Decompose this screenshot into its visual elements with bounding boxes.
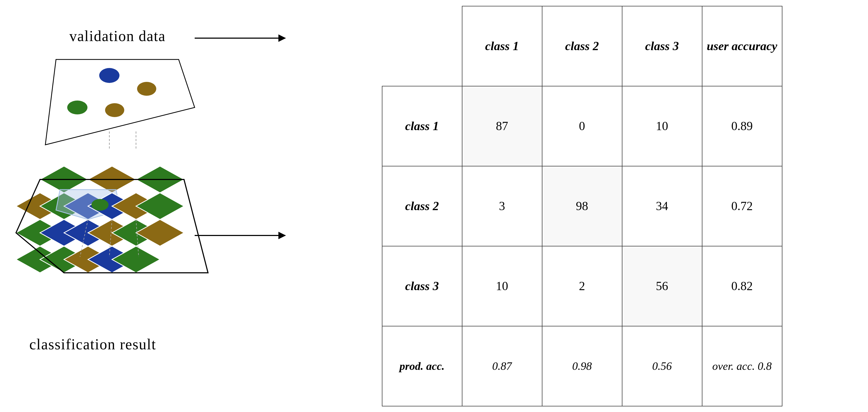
cell-overall-acc: over. acc. 0.8 xyxy=(702,326,782,406)
illustration-area: validation data xyxy=(16,11,296,401)
cell-class2-class3: 34 xyxy=(622,166,702,246)
cell-class1-user-acc: 0.89 xyxy=(702,86,782,166)
svg-point-17 xyxy=(91,199,108,211)
row-label-class2: class 2 xyxy=(382,166,462,246)
table-header-row: class 1 class 2 class 3 user accuracy xyxy=(382,6,782,86)
cell-class3-user-acc: 0.82 xyxy=(702,246,782,326)
classification-grid xyxy=(16,161,203,299)
row-label-prod-acc: prod. acc. xyxy=(382,326,462,406)
svg-marker-0 xyxy=(45,60,195,145)
svg-point-2 xyxy=(137,82,156,96)
validation-arrow xyxy=(195,38,285,39)
table-row: class 1 87 0 10 0.89 xyxy=(382,86,782,166)
cell-prod-class1: 0.87 xyxy=(462,326,542,406)
header-empty xyxy=(382,6,462,86)
cell-prod-class3: 0.56 xyxy=(622,326,702,406)
cell-class3-class1: 10 xyxy=(462,246,542,326)
svg-point-3 xyxy=(67,100,88,115)
cell-class3-class3: 56 xyxy=(622,246,702,326)
cell-class1-class1: 87 xyxy=(462,86,542,166)
row-label-class3: class 3 xyxy=(382,246,462,326)
table-footer-row: prod. acc. 0.87 0.98 0.56 over. acc. 0.8 xyxy=(382,326,782,406)
cell-prod-class2: 0.98 xyxy=(542,326,622,406)
header-class1: class 1 xyxy=(462,6,542,86)
validation-plane xyxy=(24,54,195,145)
svg-point-1 xyxy=(99,68,120,83)
table-row: class 3 10 2 56 0.82 xyxy=(382,246,782,326)
cell-class1-class3: 10 xyxy=(622,86,702,166)
page-container: validation data xyxy=(0,0,868,412)
cell-class1-class2: 0 xyxy=(542,86,622,166)
matrix-area: class 1 class 2 class 3 user accuracy xyxy=(296,6,852,406)
confusion-matrix: class 1 class 2 class 3 user accuracy xyxy=(382,6,782,406)
header-class2: class 2 xyxy=(542,6,622,86)
header-user-accuracy: user accuracy xyxy=(702,6,782,86)
table-row: class 2 3 98 34 0.72 xyxy=(382,166,782,246)
validation-data-label: validation data xyxy=(69,28,165,44)
header-class3: class 3 xyxy=(622,6,702,86)
classification-result-label: classification result xyxy=(29,336,156,353)
cell-class2-user-acc: 0.72 xyxy=(702,166,782,246)
svg-point-4 xyxy=(105,103,124,117)
row-label-class1: class 1 xyxy=(382,86,462,166)
cell-class2-class2: 98 xyxy=(542,166,622,246)
classification-arrow xyxy=(195,235,285,236)
cell-class2-class1: 3 xyxy=(462,166,542,246)
cell-class3-class2: 2 xyxy=(542,246,622,326)
